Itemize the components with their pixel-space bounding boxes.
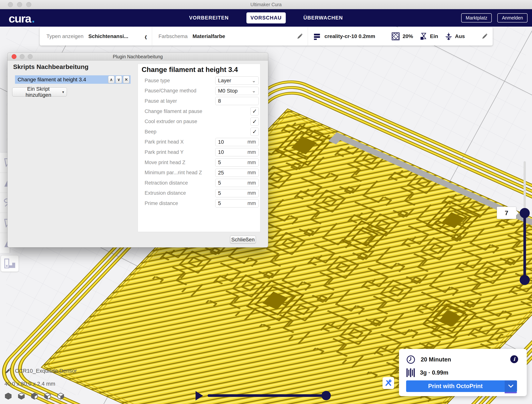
window-minimize-button[interactable] <box>17 2 22 7</box>
path-slider-handle[interactable] <box>322 391 331 400</box>
tab-vorschau[interactable]: VORSCHAU <box>246 12 286 23</box>
print-settings-summary[interactable]: creality-cr-10 0.2mm 20% Ein Aus <box>308 27 493 45</box>
input-prime-distance[interactable]: 5mm <box>215 199 259 207</box>
field-row-pause-at-layer: Pause at layer8 <box>138 96 260 106</box>
view-top-icon[interactable] <box>31 392 38 400</box>
checkmark-icon: ✓ <box>252 118 257 125</box>
field-label: Extrusion distance <box>138 190 215 196</box>
material-usage: 3g · 0.99m <box>420 369 449 376</box>
view-preset-row <box>5 392 64 400</box>
layer-slider-lower-handle[interactable] <box>520 275 530 285</box>
adhesion-value: Aus <box>455 33 465 39</box>
support-value: Ein <box>430 33 438 39</box>
settings-pencil-icon[interactable] <box>481 33 488 40</box>
tab-überwachen[interactable]: ÜBERWACHEN <box>299 12 347 23</box>
input-park-print-head-x[interactable]: 10mm <box>215 138 259 146</box>
remove-script-button[interactable]: ✕ <box>123 76 129 83</box>
input-park-print-head-y[interactable]: 10mm <box>215 148 259 156</box>
field-row-retraction-distance: Retraction distance5mm <box>138 178 260 188</box>
play-button[interactable] <box>196 391 203 400</box>
scripts-heading: Skripts Nachbearbeitung <box>13 63 89 71</box>
dialog-zoom-button[interactable] <box>28 54 33 59</box>
field-row-pause-type: Pause typeLayer⌄ <box>138 76 260 86</box>
layer-slider-upper-handle[interactable] <box>520 208 530 218</box>
layer-slider-range[interactable] <box>523 213 526 280</box>
support-icon <box>419 32 428 40</box>
field-row-beep: Beep✓ <box>138 127 260 137</box>
edit-pencil-icon[interactable] <box>296 33 303 40</box>
input-move-print-head-z[interactable]: 5mm <box>215 158 259 167</box>
adhesion-icon <box>444 32 453 40</box>
marketplace-button[interactable]: Marktplatz <box>461 13 492 22</box>
view-3d-icon[interactable] <box>5 392 12 400</box>
input-pause-at-layer[interactable]: 8 <box>215 97 259 105</box>
field-label: Change filament at pause <box>138 109 250 114</box>
print-button[interactable]: Print with OctoPrint <box>406 380 517 392</box>
field-value: 8 <box>215 98 259 104</box>
window-close-button[interactable] <box>8 2 13 7</box>
field-unit: mm <box>247 170 259 176</box>
close-dialog-button[interactable]: Schließen <box>230 236 256 244</box>
field-row-extrusion-distance: Extrusion distance5mm <box>138 188 260 199</box>
info-icon[interactable]: i <box>510 355 518 363</box>
field-label: Cool extruder on pause <box>138 119 250 124</box>
view-right-icon[interactable] <box>57 392 64 400</box>
select-pause-type[interactable]: Layer⌄ <box>215 77 259 85</box>
field-label: Retraction distance <box>138 180 215 186</box>
tool-support-blocker[interactable] <box>1 255 19 272</box>
add-script-button[interactable]: Ein Skript hinzufügen ▾ <box>12 88 67 96</box>
view-type-value: Schichtenansi... <box>89 33 128 39</box>
print-options-chevron[interactable] <box>505 380 517 392</box>
move-script-down-button[interactable]: ∨ <box>116 76 122 83</box>
field-label: Park print head X <box>138 139 215 145</box>
input-minimum-par-rint-head-z[interactable]: 25mm <box>215 169 259 177</box>
field-label: Move print head Z <box>138 160 215 166</box>
move-script-up-button[interactable]: ∧ <box>108 76 114 83</box>
checkbox-cool-extruder-on-pause[interactable]: ✓ <box>250 117 259 126</box>
model-dimensions: 40.0 x 80.0 x 2.4 mm <box>5 381 77 387</box>
view-front-icon[interactable] <box>18 392 25 400</box>
input-extrusion-distance[interactable]: 5mm <box>215 189 259 197</box>
field-row-park-print-head-y: Park print head Y10mm <box>138 147 260 157</box>
color-scheme-value: Materialfarbe <box>193 33 225 39</box>
field-value: 5 <box>215 180 247 186</box>
layer-number-flag[interactable]: 7 <box>497 207 516 219</box>
field-row-prime-distance: Prime distance5mm <box>138 198 260 209</box>
cura-logo: cura. <box>9 12 34 25</box>
field-unit: mm <box>247 200 259 206</box>
view-left-icon[interactable] <box>44 392 51 400</box>
field-value: 10 <box>215 139 247 145</box>
checkmark-icon: ✓ <box>252 108 257 115</box>
field-row-cool-extruder-on-pause: Cool extruder on pause✓ <box>138 116 260 127</box>
field-row-park-print-head-x: Park print head X10mm <box>138 137 260 147</box>
select-pause-change-method[interactable]: M0 Stop⌄ <box>215 87 259 95</box>
input-retraction-distance[interactable]: 5mm <box>215 179 259 187</box>
post-processing-dialog: Plugin Nachbearbeitung Skripts Nachbearb… <box>7 53 268 247</box>
print-button-label: Print with OctoPrint <box>406 380 505 392</box>
path-slider-track[interactable] <box>208 394 327 397</box>
rename-pencil-icon[interactable] <box>5 368 11 374</box>
field-value: 10 <box>215 149 247 155</box>
checkbox-beep[interactable]: ✓ <box>250 128 259 136</box>
script-list-item[interactable]: Change filament at height 3.4 ∧ ∨ ✕ <box>15 75 131 84</box>
signin-button[interactable]: Anmelden <box>497 13 527 22</box>
color-scheme-selector[interactable]: Farbschema Materialfarbe <box>152 27 308 45</box>
view-type-selector[interactable]: Typen anzeigen Schichtenansi... ‹ <box>40 27 152 45</box>
machine-settings-button[interactable] <box>382 377 394 389</box>
script-settings-fields: Pause typeLayer⌄Pause/Change methodM0 St… <box>138 76 260 209</box>
dialog-titlebar: Plugin Nachbearbeitung <box>7 53 268 61</box>
tab-vorbereiten[interactable]: VORBEREITEN <box>185 12 233 23</box>
view-type-label: Typen anzeigen <box>46 33 83 39</box>
window-zoom-button[interactable] <box>26 2 31 7</box>
checkbox-change-filament-at-pause[interactable]: ✓ <box>250 107 259 115</box>
profile-layers-icon <box>314 33 321 40</box>
print-time: 20 Minuten <box>421 356 451 363</box>
field-label: Beep <box>138 129 250 135</box>
model-name: CCR10_Exquisite Densor <box>15 368 77 374</box>
collapse-chevron-icon[interactable]: ‹ <box>145 31 147 42</box>
infill-value: 20% <box>403 33 413 39</box>
dialog-close-button[interactable] <box>12 54 17 59</box>
window-title: Ultimaker Cura <box>0 0 532 9</box>
dialog-minimize-button[interactable] <box>20 54 25 59</box>
infill-icon <box>391 32 400 41</box>
